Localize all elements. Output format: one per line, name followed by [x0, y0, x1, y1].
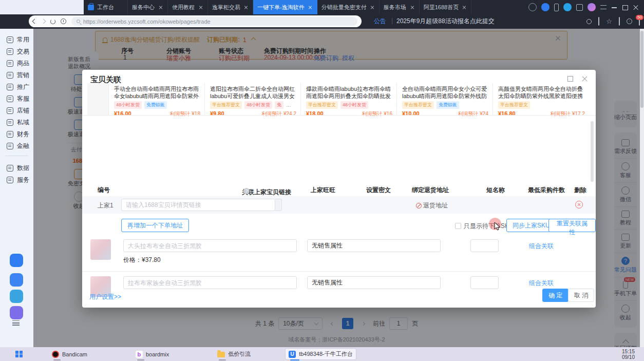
tab-yizhanggui-trade[interactable]: 逸掌柜交易	[208, 0, 253, 14]
tab-tutorial[interactable]: 使用教程	[168, 0, 208, 14]
product-card-4[interactable]: 全自动雨伞晴雨两用伞女小众可爱labubu晴雨两用遮阳伞防紫外线防晒 平台推荐密…	[397, 83, 493, 115]
taskbar-bandicam[interactable]: Bandicam	[48, 348, 91, 360]
announcement-text[interactable]: 2025年9月超级88活动报名点此提交	[396, 17, 495, 26]
modal-scrollbar-thumb[interactable]	[591, 121, 594, 182]
tab-close-icon[interactable]	[410, 5, 415, 10]
window-minimize-icon[interactable]	[611, 4, 617, 10]
tab-one-key-order-active[interactable]: 一键下单-逸淘软件	[253, 0, 317, 14]
page-icon[interactable]	[619, 17, 620, 26]
app-shortcut-icon-2[interactable]	[10, 273, 23, 287]
min-purchase-input-2[interactable]	[470, 276, 499, 289]
user-settings-link[interactable]: 用户设置>>	[89, 293, 121, 301]
min-purchase-input-1[interactable]	[470, 239, 499, 252]
supplier-link-input[interactable]	[121, 199, 275, 211]
link-input-suffix-button[interactable]	[275, 199, 282, 211]
sidebar-item-marketing[interactable]: 营销	[0, 69, 33, 81]
short-title-input-2[interactable]	[123, 276, 297, 289]
browser-menu-icon[interactable]	[600, 5, 607, 9]
sidebar-item-finance[interactable]: 财务	[0, 128, 33, 140]
forward-icon[interactable]	[41, 19, 46, 24]
tab-close-icon[interactable]	[462, 5, 467, 10]
mail-icon[interactable]: 50	[639, 18, 640, 25]
copy-icon[interactable]	[598, 17, 599, 26]
sidebar-item-trade[interactable]: 交易	[0, 46, 33, 57]
tab-service-center[interactable]: 服务中心	[128, 0, 168, 14]
taskbar-boardmix[interactable]: b boardmix	[132, 348, 173, 360]
announcement-label[interactable]: 公告	[374, 17, 386, 26]
tab-batch-pay[interactable]: 分销批量免密支付	[317, 0, 380, 14]
notes-icon[interactable]	[576, 4, 583, 11]
sidebar-item-data[interactable]: 数据	[0, 162, 33, 174]
tab-close-icon[interactable]	[308, 5, 313, 10]
plugin-badge-icon[interactable]	[541, 3, 550, 11]
taskbar-folder[interactable]: 低价引流	[214, 348, 254, 360]
confirm-button[interactable]: 确 定	[542, 289, 569, 302]
tab-workbench[interactable]: 工作台	[84, 0, 128, 14]
dialog-maximize-icon[interactable]	[567, 76, 573, 82]
history-icon[interactable]	[61, 18, 66, 24]
reset-association-button[interactable]: 重置关联属性	[548, 219, 596, 232]
card-title: 高颜值男女晴雨两用伞全自动折叠太阳伞防晒防紫外线黑胶遮阳便携	[498, 85, 585, 100]
window-close-icon[interactable]	[633, 4, 639, 10]
start-button[interactable]	[15, 351, 23, 358]
help-icon[interactable]: ?	[243, 188, 250, 194]
taskbar-qianniu[interactable]: U tb498348-千牛工作台	[285, 348, 356, 360]
tag-platform-cipher: 平台推荐密文	[402, 101, 434, 109]
url-bar[interactable]: https://orderwebs.yzcsoft.com/okoweb/pag…	[71, 17, 357, 26]
sidebar-item-promotion[interactable]: 推广	[0, 81, 33, 92]
app-circle-icon[interactable]	[563, 3, 572, 11]
tab-close-icon[interactable]	[198, 5, 203, 10]
attr-input-2[interactable]	[307, 276, 441, 289]
sidebar-item-goods[interactable]: 商品	[0, 58, 33, 69]
app-shortcut-icon-1[interactable]	[10, 254, 23, 267]
paw-icon[interactable]	[528, 3, 537, 11]
sidebar-item-customer-service[interactable]: 客服	[0, 93, 33, 104]
product-card-1[interactable]: 手动全自动雨伞晴雨两用拉布布雨伞女labubu晴雨两用遮阳伞防紫外线防 48小时…	[109, 83, 205, 115]
back-icon[interactable]	[32, 19, 37, 24]
card-title: 全自动雨伞晴雨两用伞女小众可爱labubu晴雨两用遮阳伞防紫外线防晒	[402, 85, 488, 100]
profit-value: ¥17.2	[572, 111, 585, 117]
window-maximize-icon[interactable]	[622, 4, 628, 10]
supplier-row: 上家1 退货地址	[82, 196, 596, 214]
phone-icon[interactable]	[554, 4, 559, 11]
combo-association-link-1[interactable]: 组合关联	[529, 242, 554, 251]
product-card-2[interactable]: 遮阳拉布布雨伞二折伞全自动网红labubu可爱折叠儿童成人动漫男女 平台推荐密文…	[205, 83, 301, 115]
sidebar-item-service[interactable]: 服务	[0, 174, 33, 185]
delete-row-icon[interactable]	[575, 201, 583, 208]
scrollbar-thumb[interactable]	[640, 31, 643, 108]
product-card-5[interactable]: 高颜值男女晴雨两用伞全自动折叠太阳伞防晒防紫外线黑胶遮阳便携 平台推荐密文 ¥1…	[493, 83, 589, 115]
tab-close-icon[interactable]	[243, 5, 249, 10]
app-shortcut-icon-4[interactable]	[10, 306, 23, 319]
taskbar-clock[interactable]: 15:15 09/10	[622, 349, 635, 360]
avatar[interactable]	[588, 3, 596, 11]
sidebar-item-private-domain[interactable]: 私域	[0, 117, 33, 128]
sidebar-item-common[interactable]: 常用	[0, 34, 33, 45]
cancel-button[interactable]: 取 消	[568, 289, 594, 302]
shop-icon	[7, 107, 13, 114]
tab-close-icon[interactable]	[370, 5, 375, 10]
product-thumbnail[interactable]	[90, 239, 111, 260]
tab-service-market[interactable]: 服务市场	[380, 0, 420, 14]
alarm-icon[interactable]	[627, 18, 632, 24]
combo-association-link-2[interactable]: 组合关联	[529, 279, 554, 288]
more-tags-ellipsis: …	[286, 102, 292, 108]
short-title-input-1[interactable]	[123, 239, 297, 252]
show-pending-sku-option[interactable]: 只显示待下单SKU	[455, 222, 514, 231]
favorite-star-icon[interactable]: ☆	[606, 18, 612, 25]
sidebar-item-shop[interactable]: 店铺	[0, 105, 33, 116]
tag-48h-ship: 48小时发货	[244, 101, 272, 109]
sidebar-item-financial[interactable]: 金融	[0, 140, 33, 151]
show-pending-sku-checkbox[interactable]	[455, 223, 461, 229]
attr-input-1[interactable]	[307, 239, 441, 252]
profit-label: 利润预计	[458, 111, 479, 117]
add-order-address-button[interactable]: 再增加一个下单地址	[121, 219, 189, 232]
tab-1688-home[interactable]: 阿里1688首页	[420, 0, 471, 14]
dialog-close-icon[interactable]	[581, 75, 588, 82]
app-shortcut-icon-3[interactable]	[10, 290, 23, 303]
sidebar-menu-icon[interactable]	[12, 320, 20, 326]
tab-close-icon[interactable]	[158, 5, 163, 10]
sync-icon[interactable]	[586, 19, 592, 24]
refresh-icon[interactable]	[50, 19, 55, 24]
product-card-3[interactable]: 爆款雨伞晴雨labubu拉布布雨伞晴雨遮阳伞两用折叠太阳伞防晒批发 平台推荐密文…	[301, 83, 397, 115]
return-address-cell[interactable]: 退货地址	[416, 201, 448, 210]
